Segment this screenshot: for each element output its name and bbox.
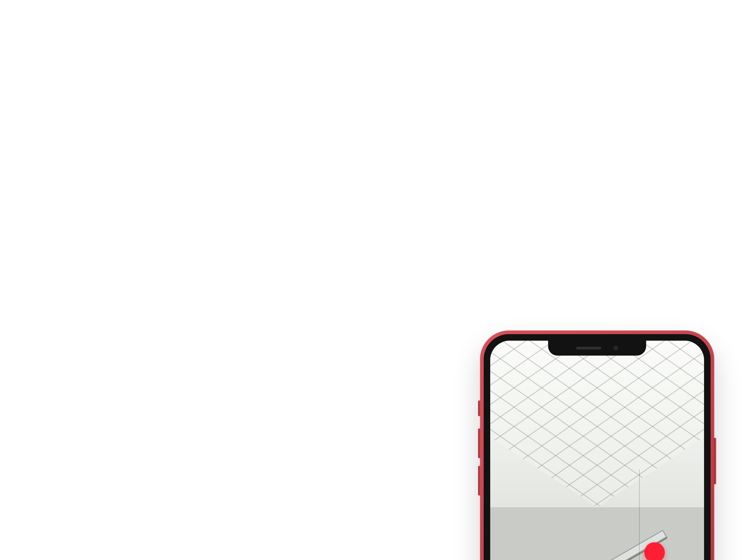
phone-frame-ar [480,330,714,560]
power-button [714,438,716,484]
device-notch [548,341,646,355]
mockup-stage: 9:41 BURGER [0,0,747,560]
volume-down-button [478,466,481,496]
volume-up-button [478,428,481,458]
speaker-grille [576,347,601,349]
glass-roof [490,341,704,507]
front-camera [614,346,618,350]
ar-camera-screen[interactable] [490,341,704,560]
mute-switch [478,400,481,416]
ar-hotspot[interactable] [644,542,665,560]
mall-interior-background [490,341,704,560]
